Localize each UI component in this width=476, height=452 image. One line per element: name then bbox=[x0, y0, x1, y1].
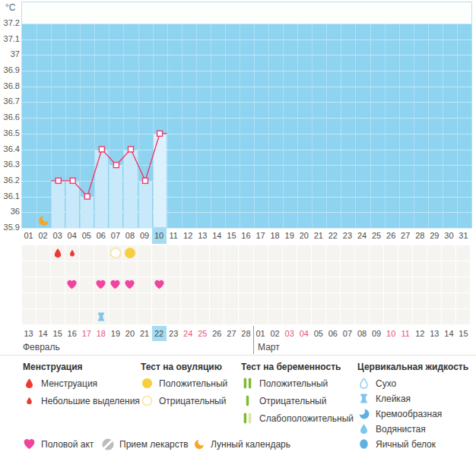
cycle-day-09[interactable]: 09 bbox=[138, 227, 152, 244]
grid-cell bbox=[370, 277, 383, 292]
cycle-day-17[interactable]: 17 bbox=[253, 227, 268, 244]
cycle-day-05[interactable]: 05 bbox=[79, 227, 94, 244]
grid-cell bbox=[22, 309, 36, 324]
grid-cell bbox=[413, 277, 427, 292]
temp-point-day-08[interactable] bbox=[129, 147, 134, 152]
cycle-day-18[interactable]: 18 bbox=[268, 227, 282, 244]
grid-cell bbox=[355, 309, 369, 324]
cycle-day-25[interactable]: 25 bbox=[370, 227, 384, 244]
grid-cell bbox=[427, 293, 441, 308]
grid-cell bbox=[152, 293, 166, 308]
grid-cell bbox=[36, 261, 50, 277]
cycle-day-11[interactable]: 11 bbox=[167, 227, 181, 244]
grid-cell bbox=[210, 261, 224, 277]
cycle-day-24[interactable]: 24 bbox=[354, 227, 369, 244]
calendar-date-февраль-15[interactable]: 15 bbox=[50, 326, 65, 341]
temp-point-day-10[interactable] bbox=[157, 131, 163, 136]
cycle-day-04[interactable]: 04 bbox=[65, 227, 79, 244]
calendar-date-март-13[interactable]: 13 bbox=[427, 326, 442, 341]
grid-cell bbox=[326, 277, 340, 292]
temp-point-day-04[interactable] bbox=[70, 178, 75, 183]
y-axis-tick-label: 36.8 bbox=[0, 81, 20, 91]
cycle-day-19[interactable]: 19 bbox=[282, 227, 297, 244]
calendar-date-март-06[interactable]: 06 bbox=[325, 326, 340, 341]
temp-point-day-07[interactable] bbox=[113, 163, 119, 168]
temp-point-day-03[interactable] bbox=[56, 178, 61, 183]
cycle-day-21[interactable]: 21 bbox=[311, 227, 325, 244]
grid-cell bbox=[210, 293, 224, 308]
cycle-day-07[interactable]: 07 bbox=[108, 227, 122, 244]
temp-point-day-06[interactable] bbox=[99, 147, 104, 152]
legend-item: Кремообразная bbox=[357, 407, 442, 420]
cycle-day-28[interactable]: 28 bbox=[413, 227, 427, 244]
calendar-date-февраль-25[interactable]: 25 bbox=[195, 326, 210, 341]
cycle-day-20[interactable]: 20 bbox=[297, 227, 311, 244]
cycle-day-30[interactable]: 30 bbox=[442, 227, 456, 244]
cycle-day-10[interactable]: 10 bbox=[152, 227, 167, 244]
calendar-date-февраль-22[interactable]: 22 bbox=[152, 326, 167, 341]
calendar-date-февраль-19[interactable]: 19 bbox=[108, 326, 122, 341]
cycle-day-06[interactable]: 06 bbox=[94, 227, 108, 244]
grid-cell bbox=[384, 293, 398, 308]
cycle-day-01[interactable]: 01 bbox=[21, 227, 36, 244]
grid-cell bbox=[355, 261, 369, 277]
calendar-date-март-04[interactable]: 04 bbox=[297, 326, 311, 341]
calendar-date-февраль-16[interactable]: 16 bbox=[65, 326, 79, 341]
calendar-date-март-02[interactable]: 02 bbox=[268, 326, 282, 341]
calendar-date-март-12[interactable]: 12 bbox=[413, 326, 427, 341]
grid-cell bbox=[398, 277, 412, 292]
calendar-date-февраль-23[interactable]: 23 bbox=[167, 326, 181, 341]
calendar-date-февраль-24[interactable]: 24 bbox=[181, 326, 195, 341]
grid-cell bbox=[138, 309, 151, 324]
cycle-day-15[interactable]: 15 bbox=[224, 227, 239, 244]
cycle-day-08[interactable]: 08 bbox=[122, 227, 137, 244]
grid-cell bbox=[283, 309, 297, 324]
cycle-day-27[interactable]: 27 bbox=[398, 227, 413, 244]
temp-point-day-05[interactable] bbox=[84, 194, 90, 199]
calendar-date-март-11[interactable]: 11 bbox=[398, 326, 413, 341]
calendar-date-март-08[interactable]: 08 bbox=[354, 326, 369, 341]
cycle-day-12[interactable]: 12 bbox=[181, 227, 195, 244]
cycle-day-22[interactable]: 22 bbox=[325, 227, 340, 244]
calendar-date-март-07[interactable]: 07 bbox=[340, 326, 354, 341]
calendar-date-март-01[interactable]: 01 bbox=[253, 326, 268, 341]
grid-cell bbox=[123, 261, 137, 277]
heart-icon bbox=[124, 279, 135, 290]
legend-item-label: Водянистая bbox=[376, 424, 426, 435]
temp-point-day-09[interactable] bbox=[143, 178, 148, 183]
grid-cell bbox=[413, 261, 427, 277]
calendar-date-февраль-17[interactable]: 17 bbox=[79, 326, 94, 341]
calendar-date-март-05[interactable]: 05 bbox=[311, 326, 325, 341]
creamy-icon bbox=[357, 408, 370, 419]
grid-cell bbox=[138, 277, 151, 292]
calendar-date-февраль-18[interactable]: 18 bbox=[94, 326, 108, 341]
calendar-date-февраль-20[interactable]: 20 bbox=[122, 326, 137, 341]
calendar-date-март-15[interactable]: 15 bbox=[456, 326, 471, 341]
cycle-day-31[interactable]: 31 bbox=[456, 227, 471, 244]
legend-item-label: Положительный bbox=[159, 378, 227, 389]
calendar-date-март-09[interactable]: 09 bbox=[370, 326, 384, 341]
cycle-day-13[interactable]: 13 bbox=[195, 227, 210, 244]
grid-cell bbox=[210, 245, 224, 261]
calendar-date-март-14[interactable]: 14 bbox=[442, 326, 456, 341]
grid-cell bbox=[268, 261, 282, 277]
cycle-day-14[interactable]: 14 bbox=[210, 227, 224, 244]
calendar-date-март-10[interactable]: 10 bbox=[384, 326, 398, 341]
calendar-date-февраль-21[interactable]: 21 bbox=[138, 326, 152, 341]
calendar-date-февраль-28[interactable]: 28 bbox=[239, 326, 253, 341]
cycle-day-03[interactable]: 03 bbox=[50, 227, 65, 244]
cycle-day-23[interactable]: 23 bbox=[340, 227, 354, 244]
calendar-date-февраль-13[interactable]: 13 bbox=[21, 326, 36, 341]
grid-cell bbox=[138, 245, 151, 261]
calendar-date-март-03[interactable]: 03 bbox=[282, 326, 297, 341]
grid-cell bbox=[167, 293, 180, 308]
legend-item-label: Яичный белок bbox=[376, 439, 436, 450]
heart-icon bbox=[23, 438, 36, 450]
calendar-date-февраль-26[interactable]: 26 bbox=[210, 326, 224, 341]
cycle-day-26[interactable]: 26 bbox=[384, 227, 398, 244]
cycle-day-02[interactable]: 02 bbox=[36, 227, 50, 244]
calendar-date-февраль-14[interactable]: 14 bbox=[36, 326, 50, 341]
calendar-date-февраль-27[interactable]: 27 bbox=[224, 326, 239, 341]
cycle-day-29[interactable]: 29 bbox=[427, 227, 442, 244]
cycle-day-16[interactable]: 16 bbox=[239, 227, 253, 244]
